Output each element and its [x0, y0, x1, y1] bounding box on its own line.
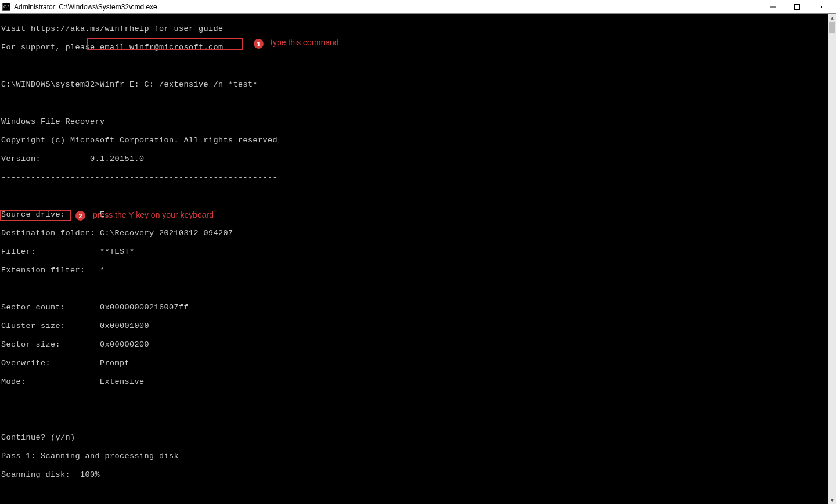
- config-destination: Destination folder: C:\Recovery_20210312…: [1, 229, 827, 238]
- cmd-icon: C:\: [2, 3, 10, 11]
- annotation-text-2: press the Y key on your keyboard: [93, 210, 214, 219]
- annotation-badge-1: 1: [254, 39, 264, 49]
- window-titlebar: C:\ Administrator: C:\Windows\System32\c…: [0, 0, 836, 14]
- config-mode: Mode: Extensive: [1, 377, 827, 387]
- version-line: Version: 0.1.20151.0: [1, 154, 827, 164]
- config-cluster-size: Cluster size: 0x00001000: [1, 322, 827, 331]
- annotation-text-1: type this command: [271, 38, 339, 47]
- config-overwrite: Overwrite: Prompt: [1, 359, 827, 368]
- scanning-line: Scanning disk: 100%: [1, 470, 827, 480]
- maximize-button[interactable]: [785, 0, 809, 14]
- typed-command: Winfr E: C: /extensive /n *test*: [100, 80, 258, 89]
- help-line: Visit https://aka.ms/winfrhelp for user …: [1, 24, 827, 34]
- svg-rect-1: [795, 4, 800, 9]
- terminal-output[interactable]: Visit https://aka.ms/winfrhelp for user …: [0, 14, 828, 504]
- config-ext-filter: Extension filter: *: [1, 266, 827, 275]
- scrollbar-down-arrow-icon[interactable]: ▼: [828, 496, 836, 504]
- prompt-line: C:\WINDOWS\system32>Winfr E: C: /extensi…: [1, 80, 827, 89]
- scrollbar-thumb[interactable]: [829, 22, 835, 33]
- close-button[interactable]: [809, 0, 834, 14]
- annotation-badge-2: 2: [75, 211, 85, 221]
- program-name: Windows File Recovery: [1, 117, 827, 127]
- copyright-line: Copyright (c) Microsoft Corporation. All…: [1, 136, 827, 145]
- prompt-path: C:\WINDOWS\system32>: [1, 80, 100, 89]
- scrollbar[interactable]: ▲ ▼: [828, 14, 836, 504]
- scrollbar-up-arrow-icon[interactable]: ▲: [828, 14, 836, 22]
- continue-prompt: Continue? (y/n): [1, 433, 827, 442]
- help-line: For support, please email winfr@microsof…: [1, 43, 827, 52]
- window-title: Administrator: C:\Windows\System32\cmd.e…: [14, 3, 157, 11]
- config-filter: Filter: **TEST*: [1, 247, 827, 257]
- config-sector-size: Sector size: 0x00000200: [1, 340, 827, 350]
- divider: ----------------------------------------…: [1, 173, 827, 182]
- pass1-line: Pass 1: Scanning and processing disk: [1, 452, 827, 461]
- minimize-button[interactable]: [761, 0, 785, 14]
- config-sector-count: Sector count: 0x00000000216007ff: [1, 303, 827, 312]
